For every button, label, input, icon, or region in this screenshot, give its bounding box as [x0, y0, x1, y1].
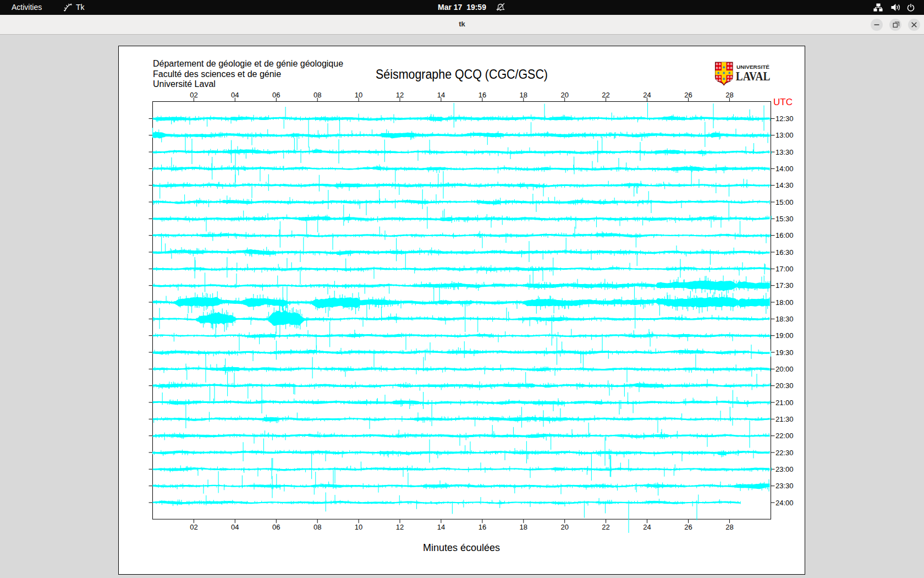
svg-text:26: 26 [684, 523, 692, 531]
svg-text:12: 12 [396, 523, 404, 531]
svg-text:Faculté des sciences et de gén: Faculté des sciences et de génie [153, 69, 281, 79]
svg-text:15:00: 15:00 [776, 198, 794, 206]
svg-text:24: 24 [643, 91, 651, 99]
svg-text:17:00: 17:00 [776, 265, 794, 273]
svg-text:Université Laval: Université Laval [153, 79, 216, 89]
svg-text:18: 18 [520, 91, 527, 99]
svg-text:20: 20 [560, 523, 568, 531]
svg-text:21:00: 21:00 [776, 399, 794, 407]
svg-text:18: 18 [520, 523, 527, 531]
svg-text:06: 06 [272, 523, 280, 531]
svg-text:04: 04 [231, 523, 239, 531]
svg-text:08: 08 [314, 523, 321, 531]
svg-text:22:00: 22:00 [776, 432, 794, 440]
svg-text:22: 22 [602, 91, 609, 99]
svg-text:14:30: 14:30 [776, 181, 794, 189]
svg-text:10: 10 [355, 523, 362, 531]
svg-text:15:30: 15:30 [776, 215, 794, 223]
svg-text:16:30: 16:30 [776, 248, 794, 257]
svg-text:16: 16 [479, 91, 486, 99]
svg-text:22:30: 22:30 [776, 449, 794, 457]
svg-text:02: 02 [190, 91, 197, 99]
svg-text:08: 08 [314, 91, 321, 99]
svg-text:24: 24 [643, 523, 651, 531]
svg-text:06: 06 [272, 91, 280, 99]
svg-text:28: 28 [725, 91, 733, 99]
svg-text:26: 26 [684, 91, 692, 99]
svg-text:14: 14 [437, 523, 445, 531]
svg-text:19:30: 19:30 [776, 348, 794, 357]
svg-text:18:00: 18:00 [776, 298, 794, 307]
svg-text:22: 22 [602, 523, 609, 531]
svg-text:23:00: 23:00 [776, 465, 794, 473]
svg-text:19:00: 19:00 [776, 331, 794, 340]
svg-text:21:30: 21:30 [776, 415, 794, 423]
svg-text:13:30: 13:30 [776, 148, 794, 156]
svg-text:20: 20 [560, 91, 568, 99]
svg-text:04: 04 [231, 91, 239, 99]
svg-text:16: 16 [479, 523, 486, 531]
svg-text:18:30: 18:30 [776, 315, 794, 323]
svg-text:Département de géologie et de: Département de géologie et de génie géol… [153, 59, 343, 68]
svg-text:23:30: 23:30 [776, 482, 794, 490]
svg-text:13:00: 13:00 [776, 131, 794, 139]
svg-text:10: 10 [355, 91, 362, 99]
svg-text:20:00: 20:00 [776, 365, 794, 373]
svg-text:12:30: 12:30 [776, 114, 794, 123]
svg-text:Minutes écoulées: Minutes écoulées [423, 542, 500, 553]
svg-text:Séismographe QCQ (CGC/GSC): Séismographe QCQ (CGC/GSC) [376, 67, 548, 81]
svg-text:28: 28 [725, 523, 733, 531]
svg-text:20:30: 20:30 [776, 381, 794, 390]
svg-text:17:30: 17:30 [776, 281, 794, 290]
svg-text:UTC: UTC [773, 97, 793, 107]
svg-text:14: 14 [437, 91, 445, 99]
svg-text:LAVAL: LAVAL [736, 69, 771, 83]
svg-text:16:00: 16:00 [776, 231, 794, 239]
svg-text:12: 12 [396, 91, 404, 99]
svg-text:24:00: 24:00 [776, 499, 794, 507]
svg-text:14:00: 14:00 [776, 165, 794, 173]
svg-text:02: 02 [190, 523, 197, 531]
